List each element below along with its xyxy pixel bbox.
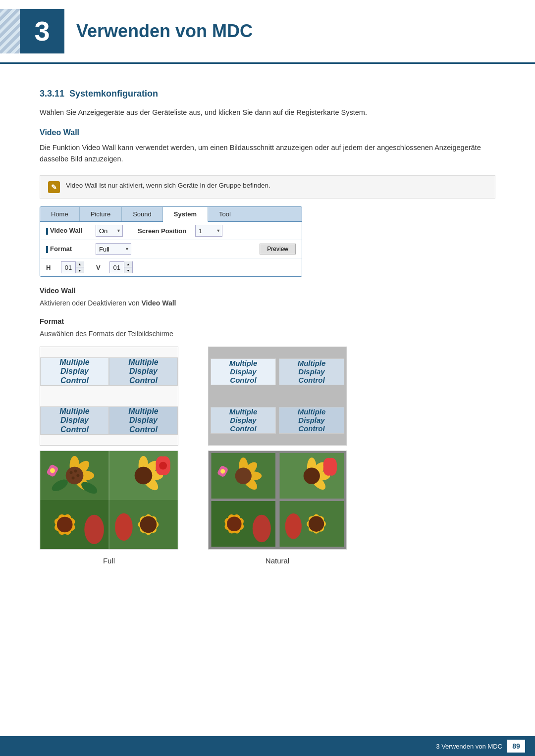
- svg-point-45: [235, 467, 252, 484]
- photo-natural: [208, 451, 347, 550]
- screen-pos-select-wrap[interactable]: 1 2 3 4: [195, 225, 222, 237]
- panel-row-videowall: Video Wall On Off Screen Position 1 2: [40, 222, 302, 240]
- svg-point-39: [115, 513, 133, 541]
- format-row-photos: Full: [40, 451, 495, 565]
- format-control: Full Natural: [96, 243, 131, 255]
- h-value: 01: [61, 264, 75, 271]
- svg-point-22: [135, 467, 153, 485]
- svg-point-54: [303, 467, 320, 484]
- panel-row-hv: H 01 ▲ ▼ V 01 ▲ ▼: [40, 258, 302, 276]
- videowall-control: On Off: [96, 225, 123, 237]
- para-text-format: Auswählen des Formats der Teilbildschirm…: [40, 328, 495, 339]
- preview-button[interactable]: Preview: [260, 244, 296, 254]
- format-item-full-logo: MultipleDisplayControl MultipleDisplayCo…: [40, 347, 178, 446]
- svg-point-10: [76, 474, 79, 477]
- format-item-natural-logo: MultipleDisplayControl MultipleDisplayCo…: [208, 347, 347, 446]
- v-value: 01: [110, 264, 124, 271]
- photo-full: [40, 451, 178, 550]
- h-spin-buttons[interactable]: ▲ ▼: [75, 261, 84, 273]
- panel-label-videowall: Video Wall: [46, 227, 91, 235]
- format-label-natural: Natural: [266, 556, 289, 565]
- page-header: 3 Verwenden von MDC: [0, 0, 535, 64]
- panel-body: Video Wall On Off Screen Position 1 2: [40, 222, 302, 276]
- flower-nat-bl: [211, 501, 276, 547]
- tab-bar: Home Picture Sound System Tool: [40, 207, 302, 222]
- svg-point-25: [159, 462, 167, 470]
- v-label: V: [96, 264, 101, 271]
- para-label-videowall: Video Wall: [40, 287, 495, 295]
- screen-pos-label: Screen Position: [138, 227, 186, 235]
- flower-nat-tl: [211, 453, 276, 499]
- svg-point-11: [72, 476, 75, 479]
- video-wall-heading: Video Wall: [40, 128, 495, 137]
- tab-picture[interactable]: Picture: [80, 207, 122, 222]
- format-label-full: Full: [103, 556, 115, 565]
- note-box: ✎ Video Wall ist nur aktiviert, wenn sic…: [40, 175, 495, 199]
- tab-home[interactable]: Home: [40, 207, 80, 222]
- svg-text:✎: ✎: [51, 183, 57, 191]
- h-spin-down[interactable]: ▼: [76, 267, 84, 273]
- svg-point-38: [140, 516, 157, 533]
- h-label: H: [46, 264, 56, 271]
- h-spinner[interactable]: 01 ▲ ▼: [61, 261, 84, 273]
- format-row-logos: MultipleDisplayControl MultipleDisplayCo…: [40, 347, 495, 446]
- chapter-title: Verwenden von MDC: [76, 21, 253, 42]
- screen-pos-dropdown[interactable]: 1 2 3 4: [195, 225, 222, 237]
- tab-sound[interactable]: Sound: [122, 207, 163, 222]
- svg-point-9: [74, 469, 77, 472]
- svg-point-63: [253, 515, 271, 543]
- field-bar-2: [46, 246, 48, 253]
- flower-nat-tr: [279, 453, 345, 499]
- format-item-full-photo: Full: [40, 451, 178, 565]
- note-text: Video Wall ist nur aktiviert, wenn sich …: [66, 181, 270, 191]
- mdc-logo-natural: MultipleDisplayControl MultipleDisplayCo…: [208, 347, 347, 446]
- format-item-natural-photo: Natural: [208, 451, 347, 565]
- svg-point-8: [70, 471, 73, 474]
- page-footer: 3 Verwenden von MDC 89: [0, 736, 535, 756]
- format-dropdown[interactable]: Full Natural: [96, 243, 131, 255]
- flower-svg-br: [109, 500, 178, 549]
- flower-svg-bl: [40, 500, 109, 549]
- svg-point-32: [84, 515, 104, 544]
- para-label-format: Format: [40, 317, 495, 325]
- mdc-logo-full: MultipleDisplayControl MultipleDisplayCo…: [40, 347, 178, 446]
- section-intro: Wählen Sie Anzeigegeräte aus der Gerätel…: [40, 107, 495, 118]
- video-wall-desc: Die Funktion Video Wall kann verwendet w…: [40, 142, 495, 165]
- main-content: 3.3.11 Systemkonfiguration Wählen Sie An…: [0, 64, 535, 600]
- videowall-select-wrap[interactable]: On Off: [96, 225, 123, 237]
- svg-point-7: [66, 467, 84, 485]
- svg-point-31: [57, 517, 73, 533]
- v-spinner[interactable]: 01 ▲ ▼: [109, 261, 133, 273]
- section-heading: 3.3.11 Systemkonfiguration: [40, 89, 495, 99]
- panel-row-format: Format Full Natural Preview: [40, 240, 302, 258]
- note-icon: ✎: [48, 181, 60, 193]
- panel-label-format: Format: [46, 245, 91, 253]
- flower-nat-br: [279, 501, 345, 547]
- flower-svg-tr: [109, 451, 178, 500]
- svg-point-62: [227, 517, 242, 532]
- tab-system[interactable]: System: [163, 207, 208, 222]
- svg-point-16: [50, 468, 55, 473]
- tab-tool[interactable]: Tool: [208, 207, 242, 222]
- flower-svg-tl: [40, 451, 109, 500]
- v-spin-buttons[interactable]: ▲ ▼: [124, 261, 132, 273]
- ui-panel: Home Picture Sound System Tool Video Wal…: [40, 206, 302, 277]
- v-spin-down[interactable]: ▼: [124, 267, 132, 273]
- footer-text: 3 Verwenden von MDC: [436, 743, 502, 750]
- h-spin-up[interactable]: ▲: [76, 261, 84, 267]
- format-select-wrap[interactable]: Full Natural: [96, 243, 131, 255]
- chapter-number: 3: [34, 17, 50, 45]
- svg-point-48: [220, 469, 225, 473]
- v-spin-up[interactable]: ▲: [124, 261, 132, 267]
- field-bar: [46, 228, 48, 235]
- stripe-accent: [0, 9, 20, 53]
- para-text-videowall: Aktivieren oder Deaktivieren von Video W…: [40, 298, 495, 308]
- format-images: MultipleDisplayControl MultipleDisplayCo…: [40, 347, 495, 570]
- chapter-number-box: 3: [20, 9, 64, 53]
- svg-point-69: [308, 516, 323, 532]
- svg-point-70: [285, 513, 301, 539]
- videowall-dropdown[interactable]: On Off: [96, 225, 123, 237]
- footer-page-number: 89: [507, 740, 525, 753]
